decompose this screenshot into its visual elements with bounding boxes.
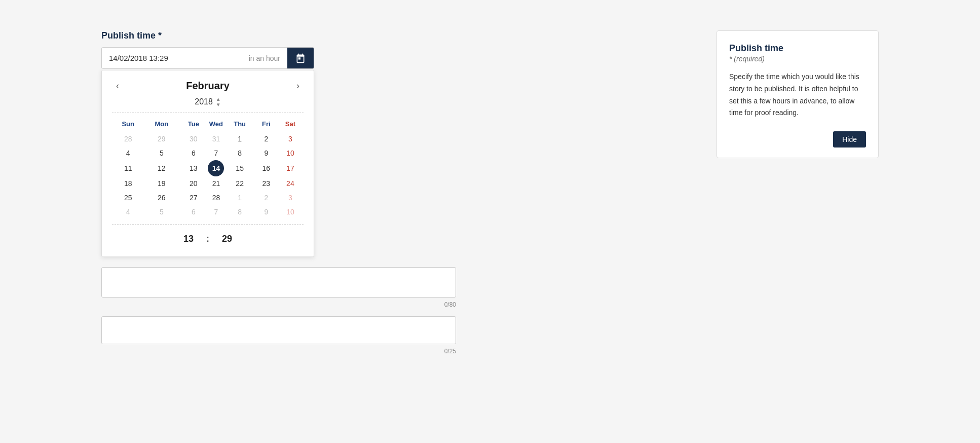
calendar-day[interactable]: 29 bbox=[144, 132, 179, 146]
calendar-day[interactable]: 10 bbox=[277, 205, 304, 219]
calendar-day[interactable]: 6 bbox=[179, 205, 208, 219]
calendar-day[interactable]: 11 bbox=[112, 160, 144, 176]
calendar-day[interactable]: 3 bbox=[277, 191, 304, 205]
calendar-day[interactable]: 27 bbox=[179, 191, 208, 205]
calendar-day[interactable]: 25 bbox=[112, 191, 144, 205]
calendar-day[interactable]: 8 bbox=[224, 205, 255, 219]
calendar-top-divider bbox=[112, 113, 304, 113]
calendar-day[interactable]: 7 bbox=[208, 205, 224, 219]
calendar-year-row: 2018 ▲ ▼ bbox=[112, 96, 304, 107]
sidebar-body: Specify the time which you would like th… bbox=[729, 71, 866, 119]
calendar-week-row: 45678910 bbox=[112, 146, 304, 160]
field-1-count: 0/80 bbox=[101, 301, 456, 308]
calendar-week-row: 11121314151617 bbox=[112, 160, 304, 176]
calendar-day[interactable]: 18 bbox=[112, 176, 144, 191]
calendar-day[interactable]: 4 bbox=[112, 146, 144, 160]
text-field-row-1: 0/80 bbox=[101, 267, 696, 308]
col-sat: Sat bbox=[277, 118, 304, 132]
calendar-day[interactable]: 6 bbox=[179, 146, 208, 160]
calendar-day[interactable]: 26 bbox=[144, 191, 179, 205]
col-tue: Tue bbox=[179, 118, 208, 132]
calendar-day[interactable]: 10 bbox=[277, 146, 304, 160]
sidebar-footer: Hide bbox=[729, 131, 866, 147]
calendar-day[interactable]: 5 bbox=[144, 205, 179, 219]
calendar-day[interactable]: 13 bbox=[179, 160, 208, 176]
year-spinner[interactable]: ▲ ▼ bbox=[216, 96, 221, 107]
main-content: Publish time * in an hour ‹ February › 2… bbox=[101, 30, 696, 355]
col-mon: Mon bbox=[144, 118, 179, 132]
calendar-year: 2018 bbox=[195, 97, 213, 106]
publish-time-label: Publish time * bbox=[101, 30, 696, 41]
calendar-day[interactable]: 2 bbox=[255, 132, 277, 146]
calendar-day[interactable]: 15 bbox=[224, 160, 255, 176]
field-2-count: 0/25 bbox=[101, 348, 456, 355]
hide-button[interactable]: Hide bbox=[833, 131, 866, 147]
calendar-week-row: 45678910 bbox=[112, 205, 304, 219]
calendar-week-row: 25262728123 bbox=[112, 191, 304, 205]
datetime-input-wrapper: in an hour bbox=[101, 47, 314, 69]
calendar-day[interactable]: 17 bbox=[277, 160, 304, 176]
sidebar-required: * (required) bbox=[729, 55, 866, 63]
calendar-month: February bbox=[186, 80, 230, 92]
calendar-day[interactable]: 7 bbox=[208, 146, 224, 160]
sidebar-title: Publish time bbox=[729, 43, 866, 54]
calendar-days-header: Sun Mon Tue Wed Thu Fri Sat bbox=[112, 118, 304, 132]
time-separator: : bbox=[206, 234, 209, 244]
calendar-grid: Sun Mon Tue Wed Thu Fri Sat 282930311234… bbox=[112, 118, 304, 219]
col-fri: Fri bbox=[255, 118, 277, 132]
prev-month-button[interactable]: ‹ bbox=[112, 79, 123, 93]
calendar-bottom-divider bbox=[112, 224, 304, 225]
calendar-day[interactable]: 31 bbox=[208, 132, 224, 146]
next-month-button[interactable]: › bbox=[292, 79, 304, 93]
col-wed: Wed bbox=[208, 118, 224, 132]
calendar-day[interactable]: 22 bbox=[224, 176, 255, 191]
calendar-day[interactable]: 28 bbox=[208, 191, 224, 205]
calendar-day[interactable]: 16 bbox=[255, 160, 277, 176]
required-marker: * bbox=[158, 30, 162, 41]
calendar-week-row: 28293031123 bbox=[112, 132, 304, 146]
text-field-1[interactable] bbox=[101, 267, 456, 298]
calendar-toggle-button[interactable] bbox=[287, 48, 314, 68]
calendar-day[interactable]: 2 bbox=[255, 191, 277, 205]
calendar-day[interactable]: 30 bbox=[179, 132, 208, 146]
calendar-day[interactable]: 12 bbox=[144, 160, 179, 176]
calendar-day[interactable]: 9 bbox=[255, 205, 277, 219]
time-hours[interactable]: 13 bbox=[181, 234, 196, 244]
calendar-day[interactable]: 21 bbox=[208, 176, 224, 191]
calendar-day[interactable]: 19 bbox=[144, 176, 179, 191]
calendar-day[interactable]: 24 bbox=[277, 176, 304, 191]
col-sun: Sun bbox=[112, 118, 144, 132]
time-minutes[interactable]: 29 bbox=[219, 234, 235, 244]
sidebar-card: Publish time * (required) Specify the ti… bbox=[717, 30, 879, 158]
text-field-row-2: 0/25 bbox=[101, 316, 696, 355]
calendar-day[interactable]: 9 bbox=[255, 146, 277, 160]
calendar-day[interactable]: 20 bbox=[179, 176, 208, 191]
col-thu: Thu bbox=[224, 118, 255, 132]
calendar-icon bbox=[295, 53, 306, 63]
calendar-day[interactable]: 1 bbox=[224, 191, 255, 205]
calendar-day[interactable]: 3 bbox=[277, 132, 304, 146]
calendar-day[interactable]: 14 bbox=[208, 160, 224, 176]
calendar-week-row: 18192021222324 bbox=[112, 176, 304, 191]
label-text: Publish time bbox=[101, 30, 156, 41]
datetime-input[interactable] bbox=[102, 48, 242, 68]
calendar-popup: ‹ February › 2018 ▲ ▼ Sun Mon Tue bbox=[101, 70, 314, 257]
calendar-day[interactable]: 5 bbox=[144, 146, 179, 160]
calendar-day[interactable]: 4 bbox=[112, 205, 144, 219]
page-container: Publish time * in an hour ‹ February › 2… bbox=[0, 30, 980, 355]
calendar-day[interactable]: 28 bbox=[112, 132, 144, 146]
calendar-day[interactable]: 1 bbox=[224, 132, 255, 146]
calendar-time-row: 13 : 29 bbox=[112, 230, 304, 246]
calendar-day[interactable]: 23 bbox=[255, 176, 277, 191]
datetime-hint: in an hour bbox=[242, 48, 287, 68]
calendar-day[interactable]: 8 bbox=[224, 146, 255, 160]
calendar-header: ‹ February › bbox=[112, 79, 304, 93]
text-field-2[interactable] bbox=[101, 316, 456, 344]
